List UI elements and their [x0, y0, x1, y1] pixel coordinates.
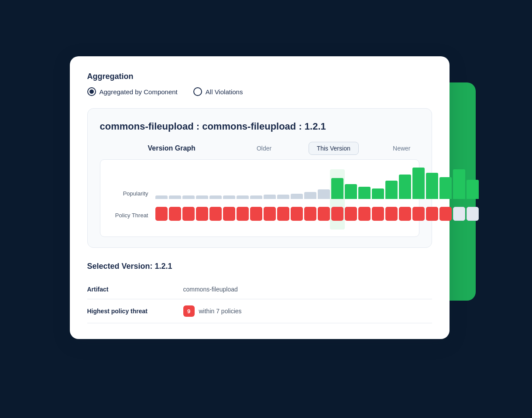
main-card: Aggregation Aggregated by Component All …: [70, 56, 450, 339]
threat-bar-22: [453, 207, 465, 221]
pop-bar-4: [209, 195, 222, 199]
pop-bar-8: [264, 195, 276, 199]
threat-bar-wrapper-13: [331, 207, 343, 221]
threat-bar-8: [264, 207, 276, 221]
pop-bar-6: [237, 195, 249, 199]
pop-bar-3: [196, 195, 208, 199]
popularity-bar-12: [318, 189, 330, 199]
version-labels: Version Graph Older This Version Newer: [148, 142, 419, 155]
threat-bar-5: [223, 207, 235, 221]
label-older: Older: [248, 145, 309, 152]
selected-version-title: Selected Version: 1.2.1: [87, 262, 432, 271]
label-newer: Newer: [359, 145, 419, 152]
radio-all-violations[interactable]: All Violations: [193, 87, 243, 96]
pop-bar-1: [169, 195, 181, 199]
threat-bar-7: [250, 207, 262, 221]
threat-bar-0: [155, 207, 168, 221]
version-graph-title: Version Graph: [148, 144, 196, 152]
threat-bar-17: [385, 207, 398, 221]
threat-policies-text: within 7 policies: [199, 308, 242, 315]
pop-bar-19: [412, 168, 425, 199]
popularity-bar-6: [237, 195, 249, 199]
pop-bar-5: [223, 195, 235, 199]
pop-bar-12: [318, 189, 330, 199]
threat-bar-wrapper-0: [155, 207, 168, 221]
threat-bar-wrapper-11: [304, 207, 316, 221]
threat-bar-wrapper-12: [318, 207, 330, 221]
threat-bar-16: [372, 207, 384, 221]
label-this-version: This Version: [309, 142, 359, 155]
popularity-bar-19: [412, 168, 425, 199]
threat-bar-wrapper-15: [358, 207, 371, 221]
pop-bar-0: [155, 195, 168, 199]
threat-bar-14: [345, 207, 357, 221]
radio-aggregated-by-component[interactable]: Aggregated by Component: [87, 87, 178, 96]
pop-bar-17: [385, 181, 398, 199]
popularity-bar-15: [358, 187, 371, 199]
threat-bar-12: [318, 207, 330, 221]
threat-label: Highest policy threat: [87, 308, 183, 315]
popularity-bar-9: [277, 195, 289, 199]
popularity-bar-1: [169, 195, 181, 199]
pop-bar-22: [453, 169, 465, 199]
pop-bar-7: [250, 195, 262, 199]
popularity-bar-21: [439, 177, 452, 199]
threat-bar-10: [291, 207, 303, 221]
artifact-row: Artifact commons-fileupload: [87, 280, 432, 299]
pop-bar-20: [426, 173, 438, 199]
selected-version-section: Selected Version: 1.2.1 Artifact commons…: [87, 260, 432, 323]
popularity-row: Popularity: [107, 168, 412, 199]
radio-label-aggregated: Aggregated by Component: [100, 88, 178, 96]
popularity-bar-13: [331, 178, 343, 199]
popularity-bar-4: [209, 195, 222, 199]
threat-row: Highest policy threat 9 within 7 policie…: [87, 299, 432, 323]
popularity-bar-14: [345, 184, 357, 199]
threat-bar-21: [439, 207, 452, 221]
pop-bar-15: [358, 187, 371, 199]
popularity-bar-11: [304, 192, 316, 199]
popularity-bar-5: [223, 195, 235, 199]
threat-bar-23: [467, 207, 479, 221]
policy-threat-label: Policy Threat: [107, 212, 155, 221]
popularity-label: Popularity: [107, 190, 155, 199]
popularity-bar-17: [385, 181, 398, 199]
artifact-value: commons-fileupload: [183, 286, 238, 293]
threat-bar-15: [358, 207, 371, 221]
threat-bar-6: [237, 207, 249, 221]
threat-bar-13: [331, 207, 343, 221]
threat-bar-wrapper-22: [453, 207, 465, 221]
threat-bar-wrapper-8: [264, 207, 276, 221]
threat-bar-wrapper-9: [277, 207, 289, 221]
threat-bar-wrapper-1: [169, 207, 181, 221]
pop-bar-14: [345, 184, 357, 199]
threat-bar-wrapper-7: [250, 207, 262, 221]
popularity-bar-10: [291, 194, 303, 199]
popularity-bar-0: [155, 195, 168, 199]
threat-bar-3: [196, 207, 208, 221]
policy-threat-row: Policy Threat: [107, 207, 412, 221]
popularity-bars: [155, 168, 479, 199]
threat-bar-wrapper-17: [385, 207, 398, 221]
threat-bar-wrapper-2: [182, 207, 195, 221]
popularity-bar-18: [399, 175, 411, 199]
threat-bar-wrapper-10: [291, 207, 303, 221]
threat-badge: 9: [183, 305, 195, 317]
pop-bar-21: [439, 177, 452, 199]
threat-bar-wrapper-4: [209, 207, 222, 221]
threat-info: 9 within 7 policies: [183, 305, 242, 317]
popularity-bar-16: [372, 188, 384, 199]
pop-bar-18: [399, 175, 411, 199]
pop-bar-2: [182, 195, 195, 199]
popularity-bar-22: [453, 169, 465, 199]
threat-bar-wrapper-19: [412, 207, 425, 221]
threat-bar-4: [209, 207, 222, 221]
component-name: commons-fileupload : commons-fileupload …: [100, 121, 419, 132]
component-card: commons-fileupload : commons-fileupload …: [87, 108, 432, 248]
radio-group: Aggregated by Component All Violations: [87, 87, 432, 96]
artifact-label: Artifact: [87, 286, 183, 293]
threat-bar-wrapper-20: [426, 207, 438, 221]
threat-bars: [155, 207, 479, 221]
threat-bar-20: [426, 207, 438, 221]
pop-bar-10: [291, 194, 303, 199]
chart-area: Popularity Policy Threat: [100, 159, 419, 237]
